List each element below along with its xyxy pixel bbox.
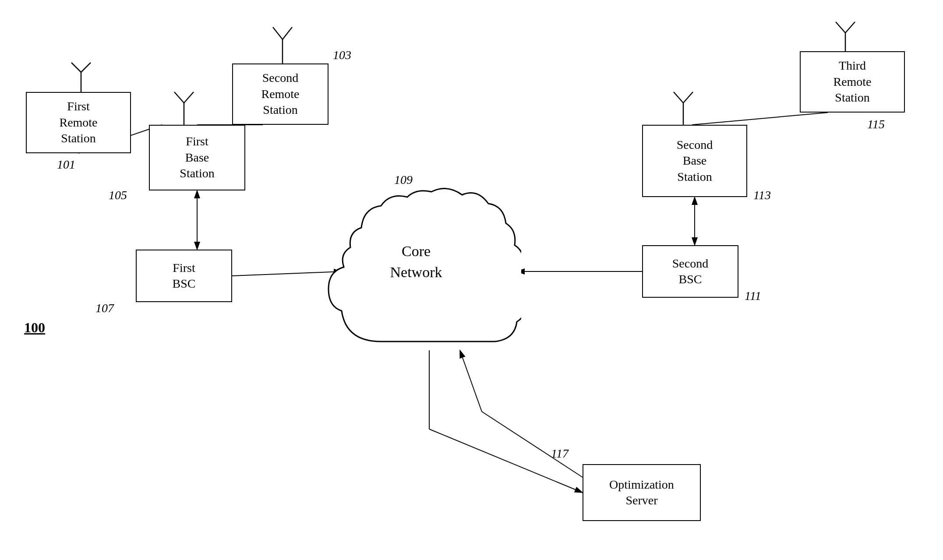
svg-line-12: [460, 350, 482, 412]
svg-line-17: [273, 27, 283, 39]
svg-line-15: [81, 63, 91, 72]
antenna-second-base: [670, 88, 696, 127]
antenna-first-remote: [68, 59, 94, 94]
svg-line-24: [184, 92, 194, 103]
label-107: 107: [95, 301, 114, 315]
first-remote-station: First Remote Station: [26, 92, 131, 153]
svg-line-23: [174, 92, 184, 103]
antenna-second-remote: [269, 22, 296, 66]
first-bsc: First BSC: [136, 250, 232, 302]
third-remote-station: Third Remote Station: [800, 51, 905, 113]
first-base-station: First Base Station: [149, 125, 245, 190]
svg-line-26: [674, 92, 683, 103]
svg-line-27: [683, 92, 693, 103]
label-109: 109: [394, 173, 413, 187]
antenna-first-base: [171, 88, 197, 127]
label-115: 115: [867, 117, 885, 131]
svg-line-18: [283, 27, 292, 39]
core-network-label: CoreNetwork: [368, 241, 464, 282]
label-101: 101: [57, 158, 75, 172]
diagram: First Remote Station 101 Second Remote S…: [0, 0, 943, 560]
label-117: 117: [551, 447, 569, 461]
svg-line-4: [692, 113, 828, 125]
svg-line-11: [482, 412, 583, 477]
second-bsc: Second BSC: [642, 245, 738, 298]
svg-line-21: [845, 22, 855, 33]
svg-line-14: [71, 63, 81, 72]
svg-line-20: [836, 22, 845, 33]
optimization-server: Optimization Server: [583, 464, 701, 521]
second-remote-station: Second Remote Station: [232, 63, 328, 125]
label-103: 103: [333, 48, 351, 62]
diagram-label-100: 100: [24, 320, 45, 336]
svg-line-10: [429, 429, 583, 493]
label-105: 105: [109, 188, 127, 202]
second-base-station: Second Base Station: [642, 125, 747, 197]
label-111: 111: [745, 289, 761, 303]
label-113: 113: [753, 188, 771, 202]
